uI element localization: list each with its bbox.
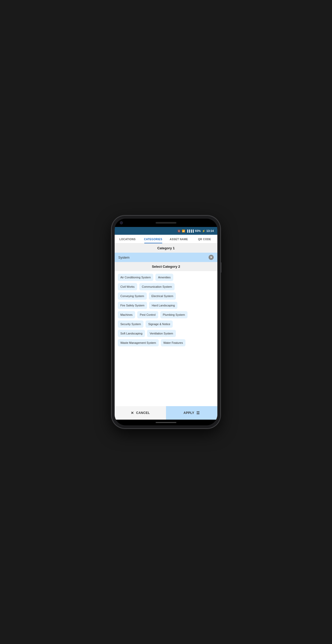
chips-row-6: Soft Landscaping Ventilation System [118,330,214,337]
tab-qr-code[interactable]: QR CODE [192,235,217,243]
apply-label: APPLY [184,411,194,415]
wifi-icon: 📶 [182,230,185,232]
chips-row-0: Air Conditioning System Amenities [118,274,214,281]
chip-civil-works[interactable]: Civil Works [118,283,137,290]
battery-text: 93% [195,229,201,232]
filter-icon: ☰ [196,411,200,415]
chips-row-4: Machines Pest Control Plumbing System [118,311,214,318]
select-category2-header: Select Category 2 [115,262,217,271]
chips-row-1: Civil Works Communication System [118,283,214,290]
chip-amenities[interactable]: Amenities [155,274,173,281]
phone-bottom-bezel [115,420,217,425]
clear-filter-button[interactable]: ✕ [209,255,214,260]
chip-electrical-system[interactable]: Electrical System [149,292,176,300]
chip-fire-safety-system[interactable]: Fire Safety System [118,302,147,309]
battery-icon: ⚡ [202,230,205,232]
status-bar: 🔇 📶 ▐▐▐▐ 93% ⚡ 13:14 [115,227,217,235]
tab-asset-name[interactable]: ASSET NAME [166,235,192,243]
status-icons: 🔇 📶 ▐▐▐▐ 93% ⚡ 13:14 [177,229,214,232]
clock: 13:14 [206,229,214,232]
volume-button [220,262,222,273]
chips-area: Air Conditioning System Amenities Civil … [115,271,217,406]
cancel-button[interactable]: ✕ CANCEL [115,406,166,420]
chip-communication-system[interactable]: Communication System [139,283,175,290]
chip-machines[interactable]: Machines [118,311,135,318]
chips-row-5: Security System Signage & Notice [118,320,214,328]
phone-top-bezel [115,219,217,227]
chip-waste-management-system[interactable]: Waste Management System [118,339,159,346]
mute-icon: 🔇 [177,230,181,232]
filter-chip-row: System ✕ [115,253,217,262]
chip-water-features[interactable]: Water Features [161,339,185,346]
chip-hard-landscaping[interactable]: Hard Landscaping [149,302,177,309]
tab-locations[interactable]: LOCATIONS [115,235,140,243]
action-bar: ✕ CANCEL APPLY ☰ [115,406,217,420]
chip-security-system[interactable]: Security System [118,320,143,328]
chip-soft-landscaping[interactable]: Soft Landscaping [118,330,145,337]
chip-pest-control[interactable]: Pest Control [137,311,158,318]
signal-icon: ▐▐▐▐ [186,230,193,232]
chip-ventilation-system[interactable]: Ventilation System [147,330,176,337]
tab-categories[interactable]: CATEGORIES [140,235,166,243]
cancel-label: CANCEL [136,411,150,415]
front-camera [120,221,123,224]
app-screen: LOCATIONS CATEGORIES ASSET NAME QR CODE … [115,235,217,420]
chip-conveying-system[interactable]: Conveying System [118,292,147,300]
filter-chip-text: System [118,256,129,259]
category1-header: Category 1 [115,244,217,253]
chips-row-7: Waste Management System Water Features [118,339,214,346]
chip-plumbing-system[interactable]: Plumbing System [160,311,188,318]
home-indicator[interactable] [156,422,176,423]
phone-screen: 🔇 📶 ▐▐▐▐ 93% ⚡ 13:14 LOCATIONS CATEGORIE… [115,219,217,425]
earpiece-speaker [156,222,176,224]
chips-row-2: Conveying System Electrical System [118,292,214,300]
chips-row-3: Fire Safety System Hard Landscaping [118,302,214,309]
tab-bar: LOCATIONS CATEGORIES ASSET NAME QR CODE [115,235,217,244]
chip-signage-notice[interactable]: Signage & Notice [146,320,173,328]
cancel-icon: ✕ [131,411,134,415]
phone-device: 🔇 📶 ▐▐▐▐ 93% ⚡ 13:14 LOCATIONS CATEGORIE… [112,216,220,428]
chip-air-conditioning-system[interactable]: Air Conditioning System [118,274,153,281]
apply-button[interactable]: APPLY ☰ [166,406,217,420]
